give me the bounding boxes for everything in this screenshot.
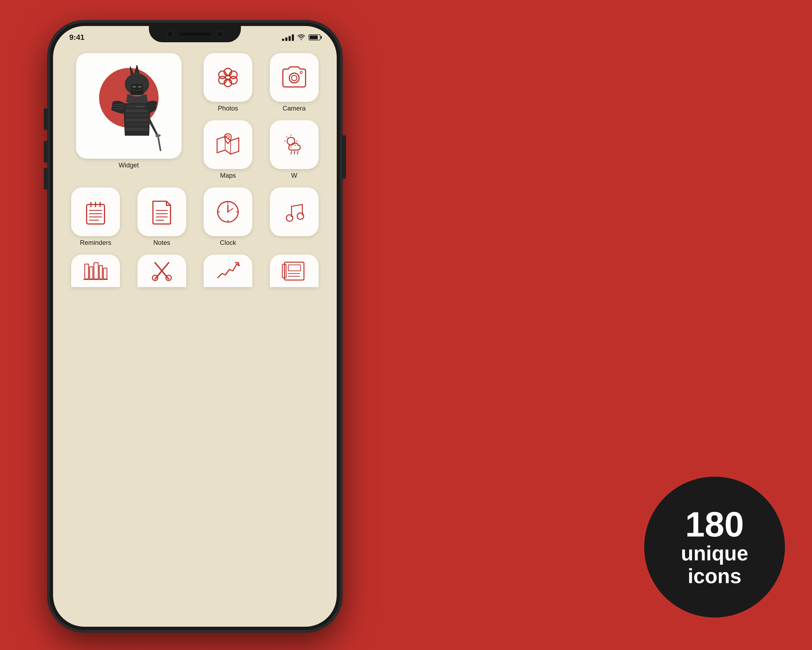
app-maps[interactable]: Maps	[199, 120, 257, 179]
map-pin-icon	[214, 131, 241, 158]
document-icon	[150, 199, 173, 225]
svg-line-41	[298, 151, 298, 154]
chart-icon	[215, 260, 241, 282]
maps-icon-img	[203, 120, 252, 169]
app-grid: Widget Ph	[64, 53, 326, 287]
app-notes[interactable]: Notes	[133, 187, 191, 246]
svg-point-26	[289, 73, 299, 83]
svg-line-37	[286, 136, 287, 137]
phone-notch	[149, 26, 241, 42]
svg-line-57	[228, 208, 233, 212]
notch-camera	[167, 31, 173, 37]
app-weather[interactable]: W	[265, 120, 324, 179]
svg-rect-42	[87, 205, 104, 224]
badge-circle: 180 unique icons	[644, 477, 785, 618]
signal-bar-4	[292, 34, 294, 41]
svg-point-32	[287, 137, 295, 145]
svg-rect-64	[85, 264, 89, 279]
notes-label: Notes	[153, 239, 170, 246]
battery-fill	[310, 35, 318, 39]
svg-point-27	[292, 75, 297, 81]
app-music[interactable]	[265, 187, 324, 246]
svg-line-39	[291, 151, 292, 154]
stocks-icon-img	[203, 255, 252, 287]
music-icon	[282, 200, 307, 224]
app-clock[interactable]: Clock	[199, 187, 257, 246]
svg-rect-66	[94, 263, 98, 279]
signal-bar-1	[282, 39, 284, 41]
app-stocks[interactable]	[199, 255, 257, 287]
svg-rect-76	[288, 265, 301, 271]
svg-point-16	[136, 106, 138, 107]
news-icon-img	[270, 255, 319, 287]
badge-text-line1: unique	[681, 542, 748, 565]
app-news[interactable]	[265, 255, 324, 287]
clock-icon	[215, 199, 241, 225]
app-photos[interactable]: Photos	[199, 53, 257, 112]
app-books[interactable]	[67, 255, 125, 287]
samurai-svg	[83, 60, 175, 152]
svg-rect-4	[138, 86, 142, 88]
weather-label: W	[291, 172, 297, 179]
samurai-scene	[83, 60, 175, 152]
reminders-label: Reminders	[80, 239, 111, 246]
status-time: 9:41	[69, 33, 84, 42]
scene: 9:41	[0, 0, 812, 650]
svg-rect-14	[157, 135, 161, 151]
scissors-icon	[150, 260, 174, 282]
svg-point-73	[166, 275, 171, 281]
svg-rect-10	[125, 128, 148, 131]
svg-rect-6	[125, 109, 148, 112]
music-icon-img	[270, 187, 319, 236]
svg-point-28	[300, 71, 302, 73]
camera-icon-img	[270, 53, 319, 102]
svg-rect-68	[104, 268, 107, 279]
photos-icon-img	[203, 53, 252, 102]
svg-point-72	[153, 275, 158, 281]
tools-icon-img	[137, 255, 186, 287]
app-reminders[interactable]: Reminders	[67, 187, 125, 246]
wifi-icon	[297, 34, 305, 41]
app-widget[interactable]: Widget	[67, 53, 191, 179]
signal-bars-icon	[282, 34, 294, 41]
badge-number: 180	[685, 507, 744, 542]
signal-bar-2	[285, 37, 287, 41]
notepad-icon	[83, 199, 108, 225]
camera-label: Camera	[282, 104, 305, 112]
svg-line-38	[295, 145, 296, 146]
status-icons	[282, 34, 321, 41]
svg-point-63	[297, 213, 304, 219]
flower-icon	[214, 64, 241, 91]
books-icon	[82, 260, 109, 282]
notes-icon-img	[137, 187, 186, 236]
phone-screen: 9:41	[53, 26, 337, 627]
clock-label: Clock	[220, 239, 236, 246]
weather-icon-img	[270, 120, 319, 169]
widget-label: Widget	[119, 161, 139, 169]
photos-label: Photos	[218, 104, 238, 112]
notch-speaker	[179, 32, 211, 36]
clock-icon-img	[203, 187, 252, 236]
battery-icon	[308, 34, 321, 40]
notch-camera-2	[217, 31, 223, 37]
cloud-sun-icon	[281, 132, 308, 157]
svg-line-40	[294, 151, 295, 154]
svg-rect-7	[125, 114, 148, 117]
books-icon-img	[71, 255, 120, 287]
maps-label: Maps	[220, 172, 236, 179]
svg-rect-9	[125, 123, 148, 126]
app-tools[interactable]	[133, 255, 191, 287]
newspaper-icon	[281, 260, 307, 282]
svg-rect-65	[90, 267, 93, 279]
svg-rect-8	[125, 118, 148, 122]
svg-point-18	[142, 106, 143, 107]
badge-text-line2: icons	[688, 565, 742, 587]
svg-rect-3	[132, 86, 136, 88]
svg-point-17	[139, 106, 140, 107]
svg-rect-67	[99, 265, 102, 279]
phone-frame: 9:41	[49, 22, 341, 631]
svg-point-62	[286, 215, 293, 221]
widget-icon-img	[76, 53, 182, 159]
app-camera[interactable]: Camera	[265, 53, 324, 112]
signal-bar-3	[288, 36, 291, 41]
